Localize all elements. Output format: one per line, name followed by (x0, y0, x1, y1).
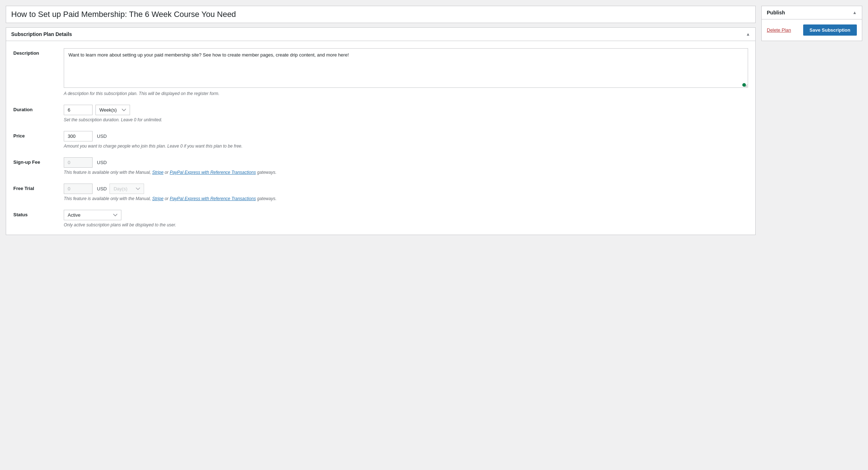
duration-hint: Set the subscription duration. Leave 0 f… (64, 117, 748, 122)
publish-toggle-icon[interactable]: ▲ (853, 10, 857, 15)
publish-panel: Publish ▲ Delete Plan Save Subscription (761, 6, 862, 41)
description-textarea[interactable]: Want to learn more about setting up your… (64, 48, 748, 88)
post-title-input[interactable] (6, 6, 756, 23)
duration-row: Duration Day(s) Week(s) Month(s) Year(s)… (13, 105, 748, 122)
free-trial-hint: This feature is available only with the … (64, 196, 748, 201)
duration-unit-select[interactable]: Day(s) Week(s) Month(s) Year(s) (95, 105, 130, 115)
free-trial-currency: USD (97, 186, 107, 191)
free-trial-input-group: USD Day(s) Week(s) Month(s) (64, 184, 748, 194)
price-value-input[interactable] (64, 131, 93, 141)
free-trial-hint-middle: or (164, 196, 170, 201)
signup-fee-row: Sign-up Fee USD This feature is availabl… (13, 157, 748, 175)
delete-plan-link[interactable]: Delete Plan (767, 27, 791, 33)
signup-fee-hint: This feature is available only with the … (64, 170, 748, 175)
price-row: Price USD Amount you want to charge peop… (13, 131, 748, 149)
signup-fee-hint-suffix: gateways. (256, 170, 276, 175)
signup-fee-hint-middle: or (164, 170, 170, 175)
free-trial-content: USD Day(s) Week(s) Month(s) This feature… (64, 184, 748, 201)
free-trial-row: Free Trial USD Day(s) Week(s) Month(s) (13, 184, 748, 201)
price-hint: Amount you want to charge people who joi… (64, 144, 748, 149)
price-currency: USD (97, 134, 107, 139)
free-trial-value-input[interactable] (64, 184, 93, 194)
save-subscription-button[interactable]: Save Subscription (803, 24, 857, 36)
signup-fee-content: USD This feature is available only with … (64, 157, 748, 175)
status-label: Status (13, 210, 64, 217)
free-trial-unit-select[interactable]: Day(s) Week(s) Month(s) (109, 184, 144, 194)
free-trial-label: Free Trial (13, 184, 64, 191)
publish-header[interactable]: Publish ▲ (762, 6, 862, 19)
duration-label: Duration (13, 105, 64, 112)
duration-input-group: Day(s) Week(s) Month(s) Year(s) (64, 105, 748, 115)
signup-fee-value-input[interactable] (64, 157, 93, 168)
price-content: USD Amount you want to charge people who… (64, 131, 748, 149)
price-input-group: USD (64, 131, 748, 141)
free-trial-hint-prefix: This feature is available only with the … (64, 196, 152, 201)
signup-fee-hint-prefix: This feature is available only with the … (64, 170, 152, 175)
status-content: Active Inactive Only active subscription… (64, 210, 748, 227)
publish-body: Delete Plan Save Subscription (762, 19, 862, 41)
panel-header[interactable]: Subscription Plan Details ▲ (6, 28, 755, 41)
signup-fee-input-group: USD (64, 157, 748, 168)
free-trial-stripe-link[interactable]: Stripe (152, 196, 163, 201)
panel-toggle-icon[interactable]: ▲ (746, 32, 750, 37)
signup-fee-paypal-link[interactable]: PayPal Express with Reference Transactio… (170, 170, 256, 175)
textarea-wrapper: Want to learn more about setting up your… (64, 48, 748, 89)
free-trial-hint-suffix: gateways. (256, 196, 276, 201)
subscription-plan-panel: Subscription Plan Details ▲ Description … (6, 27, 756, 235)
duration-value-input[interactable] (64, 105, 93, 115)
signup-fee-stripe-link[interactable]: Stripe (152, 170, 163, 175)
free-trial-paypal-link[interactable]: PayPal Express with Reference Transactio… (170, 196, 256, 201)
signup-fee-currency: USD (97, 160, 107, 165)
status-hint: Only active subscription plans will be d… (64, 222, 748, 227)
status-row: Status Active Inactive Only active subsc… (13, 210, 748, 227)
description-content: Want to learn more about setting up your… (64, 48, 748, 96)
panel-title: Subscription Plan Details (11, 31, 72, 37)
status-select[interactable]: Active Inactive (64, 210, 121, 220)
price-label: Price (13, 131, 64, 139)
resize-indicator (742, 83, 746, 87)
duration-content: Day(s) Week(s) Month(s) Year(s) Set the … (64, 105, 748, 122)
signup-fee-label: Sign-up Fee (13, 157, 64, 165)
publish-title: Publish (767, 10, 785, 15)
panel-body: Description Want to learn more about set… (6, 41, 755, 235)
description-hint: A description for this subscription plan… (64, 91, 748, 96)
description-row: Description Want to learn more about set… (13, 48, 748, 96)
description-label: Description (13, 48, 64, 56)
sidebar: Publish ▲ Delete Plan Save Subscription (761, 6, 862, 464)
